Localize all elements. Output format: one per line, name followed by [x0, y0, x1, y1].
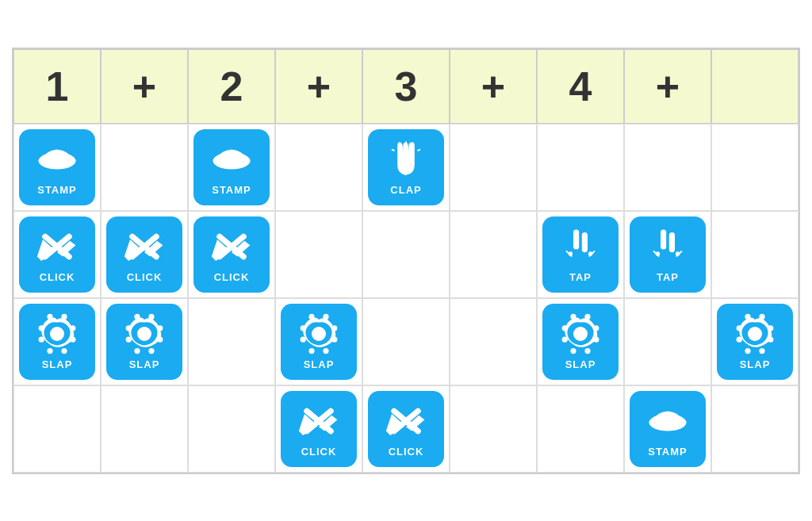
click-tile-5[interactable]: CLICK — [368, 391, 444, 467]
clap-tile[interactable]: CLAP — [368, 129, 444, 205]
svg-point-31 — [148, 348, 154, 354]
svg-point-32 — [312, 327, 326, 341]
svg-point-38 — [323, 314, 328, 320]
svg-point-43 — [593, 325, 599, 331]
cell-r1-c9 — [711, 124, 799, 211]
slap-label-4: SLAP — [565, 358, 596, 370]
cell-r2-c6 — [450, 211, 537, 298]
cell-r2-c2: CLICK — [101, 211, 188, 298]
slap-tile-3[interactable]: SLAP — [281, 304, 357, 380]
cell-r3-c8 — [624, 298, 711, 385]
svg-point-23 — [137, 327, 151, 341]
click-label-4: CLICK — [301, 446, 337, 458]
cell-r2-c9 — [711, 211, 799, 298]
svg-point-33 — [301, 325, 306, 331]
svg-point-57 — [745, 348, 750, 354]
svg-point-29 — [148, 314, 154, 320]
svg-point-15 — [39, 325, 44, 331]
cell-r4-c8: STAMP — [624, 385, 711, 473]
stamp-tile-3[interactable]: STAMP — [630, 391, 706, 467]
cell-r3-c3 — [188, 298, 275, 385]
svg-point-58 — [759, 348, 764, 354]
svg-point-30 — [134, 348, 140, 354]
cell-r1-c1: STAMP — [13, 124, 101, 211]
cell-r1-c2 — [101, 124, 188, 211]
svg-point-21 — [47, 348, 52, 354]
svg-point-52 — [768, 325, 773, 331]
svg-point-16 — [70, 325, 75, 331]
click-tile-3[interactable]: CLICK — [193, 216, 270, 293]
svg-point-34 — [331, 325, 337, 331]
svg-point-25 — [157, 325, 163, 331]
svg-point-14 — [50, 327, 64, 341]
cell-r2-c4 — [275, 211, 362, 298]
header-cell-4: 4 — [537, 49, 624, 124]
click-label-1: CLICK — [40, 271, 75, 283]
svg-point-37 — [308, 314, 314, 320]
stamp-tile[interactable]: STAMP — [19, 129, 95, 205]
svg-point-18 — [70, 337, 75, 343]
slap-tile-5[interactable]: SLAP — [717, 304, 793, 380]
slap-tile-4[interactable]: SLAP — [542, 304, 619, 380]
svg-point-27 — [157, 337, 163, 343]
cell-r1-c4 — [275, 124, 362, 211]
svg-point-46 — [570, 314, 576, 320]
click-tile-4[interactable]: CLICK — [281, 391, 357, 467]
tap-tile-1[interactable]: TAP — [542, 216, 619, 293]
main-grid: 1 + 2 + 3 + 4 + STAMP STAMP CLAP — [12, 48, 800, 474]
svg-point-28 — [134, 314, 140, 320]
svg-rect-3 — [213, 158, 251, 163]
header-cell-plus2: + — [275, 49, 362, 124]
stamp-tile-2[interactable]: STAMP — [193, 129, 270, 205]
cell-r3-c2: SLAP — [101, 298, 188, 385]
svg-point-24 — [126, 325, 132, 331]
click-tile-2[interactable]: CLICK — [106, 216, 182, 293]
tap-label-2: TAP — [657, 271, 679, 283]
click-tile-1[interactable]: CLICK — [19, 216, 95, 293]
svg-point-56 — [759, 314, 764, 320]
slap-label-1: SLAP — [42, 358, 73, 370]
svg-point-51 — [737, 325, 742, 331]
cell-r1-c8 — [624, 124, 711, 211]
svg-point-35 — [301, 337, 306, 343]
cell-r2-c3: CLICK — [188, 211, 275, 298]
svg-rect-1 — [39, 158, 76, 163]
cell-r4-c3 — [188, 385, 275, 473]
slap-tile-2[interactable]: SLAP — [106, 304, 182, 380]
stamp-label: STAMP — [37, 184, 77, 196]
tap-tile-2[interactable]: TAP — [630, 216, 706, 293]
svg-point-39 — [308, 348, 314, 354]
header-cell-plus4: + — [624, 49, 711, 124]
cell-r1-c7 — [537, 124, 624, 211]
click-label-3: CLICK — [214, 271, 250, 283]
cell-r3-c7: SLAP — [537, 298, 624, 385]
cell-r2-c7: TAP — [537, 211, 624, 298]
svg-point-41 — [573, 327, 588, 341]
click-label-2: CLICK — [127, 271, 163, 283]
cell-r1-c6 — [450, 124, 537, 211]
svg-point-20 — [61, 314, 67, 320]
header-cell-plus1: + — [101, 49, 188, 124]
cell-r4-c2 — [101, 385, 188, 473]
svg-point-49 — [584, 348, 590, 354]
svg-point-47 — [584, 314, 590, 320]
cell-r4-c1 — [13, 385, 101, 473]
tap-label-1: TAP — [569, 271, 592, 283]
svg-point-17 — [39, 337, 44, 343]
cell-r4-c6 — [450, 385, 537, 473]
cell-r3-c4: SLAP — [275, 298, 362, 385]
cell-r4-c9 — [711, 385, 799, 473]
svg-point-42 — [562, 325, 568, 331]
cell-r1-c3: STAMP — [188, 124, 275, 211]
header-cell-2: 2 — [188, 49, 275, 124]
svg-point-50 — [748, 327, 762, 341]
cell-r3-c1: SLAP — [13, 298, 101, 385]
slap-tile-1[interactable]: SLAP — [19, 304, 95, 380]
cell-r4-c5: CLICK — [362, 385, 450, 473]
cell-r3-c9: SLAP — [711, 298, 799, 385]
svg-point-54 — [768, 337, 773, 343]
header-cell-end — [711, 49, 799, 124]
svg-rect-64 — [649, 419, 687, 425]
slap-label-2: SLAP — [129, 358, 160, 370]
stamp-label-3: STAMP — [648, 446, 688, 458]
